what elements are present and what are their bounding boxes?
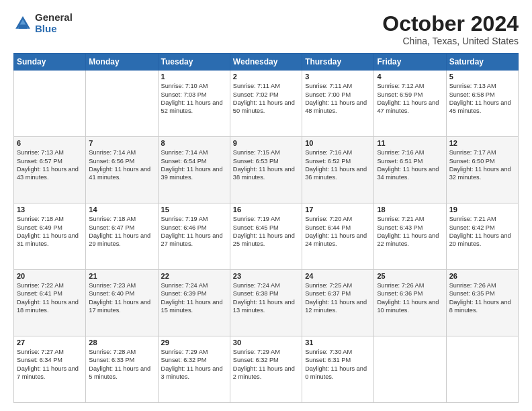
table-row: 1Sunrise: 7:10 AM Sunset: 7:03 PM Daylig…: [158, 71, 230, 137]
day-info: Sunrise: 7:19 AM Sunset: 6:45 PM Dayligh…: [233, 215, 299, 248]
calendar-week-row: 20Sunrise: 7:22 AM Sunset: 6:41 PM Dayli…: [14, 270, 519, 336]
table-row: 8Sunrise: 7:14 AM Sunset: 6:54 PM Daylig…: [158, 137, 230, 203]
day-number: 29: [161, 338, 227, 347]
table-row: [86, 71, 158, 137]
table-row: 19Sunrise: 7:21 AM Sunset: 6:42 PM Dayli…: [446, 203, 518, 270]
table-row: 12Sunrise: 7:17 AM Sunset: 6:50 PM Dayli…: [446, 137, 518, 203]
day-number: 4: [377, 73, 443, 81]
table-row: 16Sunrise: 7:19 AM Sunset: 6:45 PM Dayli…: [230, 203, 302, 270]
title-month: October 2024: [382, 12, 519, 36]
day-number: 19: [449, 205, 515, 214]
day-info: Sunrise: 7:30 AM Sunset: 6:31 PM Dayligh…: [305, 348, 371, 381]
col-friday: Friday: [374, 54, 446, 71]
table-row: 18Sunrise: 7:21 AM Sunset: 6:43 PM Dayli…: [374, 203, 446, 270]
day-info: Sunrise: 7:18 AM Sunset: 6:47 PM Dayligh…: [89, 215, 154, 248]
table-row: 17Sunrise: 7:20 AM Sunset: 6:44 PM Dayli…: [302, 203, 374, 270]
day-number: 28: [89, 338, 154, 347]
day-info: Sunrise: 7:25 AM Sunset: 6:37 PM Dayligh…: [305, 281, 371, 315]
day-number: 24: [305, 272, 371, 280]
title-block: October 2024 China, Texas, United States: [382, 12, 519, 46]
day-number: 27: [17, 338, 83, 347]
table-row: 20Sunrise: 7:22 AM Sunset: 6:41 PM Dayli…: [14, 270, 86, 336]
day-number: 22: [161, 272, 227, 280]
day-info: Sunrise: 7:23 AM Sunset: 6:40 PM Dayligh…: [89, 281, 154, 315]
day-number: 18: [377, 205, 443, 214]
day-info: Sunrise: 7:26 AM Sunset: 6:36 PM Dayligh…: [377, 281, 443, 315]
day-info: Sunrise: 7:27 AM Sunset: 6:34 PM Dayligh…: [17, 348, 83, 381]
col-sunday: Sunday: [14, 54, 86, 71]
day-number: 15: [161, 205, 227, 214]
day-info: Sunrise: 7:12 AM Sunset: 6:59 PM Dayligh…: [377, 82, 443, 116]
day-number: 3: [305, 73, 371, 81]
table-row: 23Sunrise: 7:24 AM Sunset: 6:38 PM Dayli…: [230, 270, 302, 336]
col-monday: Monday: [86, 54, 158, 71]
day-info: Sunrise: 7:26 AM Sunset: 6:35 PM Dayligh…: [449, 281, 515, 315]
day-number: 21: [89, 272, 154, 280]
day-number: 6: [17, 139, 83, 147]
table-row: 14Sunrise: 7:18 AM Sunset: 6:47 PM Dayli…: [86, 203, 158, 270]
day-info: Sunrise: 7:13 AM Sunset: 6:58 PM Dayligh…: [449, 82, 515, 116]
day-number: 2: [233, 73, 299, 81]
day-info: Sunrise: 7:22 AM Sunset: 6:41 PM Dayligh…: [17, 281, 83, 315]
day-info: Sunrise: 7:16 AM Sunset: 6:52 PM Dayligh…: [305, 148, 371, 182]
day-info: Sunrise: 7:24 AM Sunset: 6:39 PM Dayligh…: [161, 281, 227, 315]
day-info: Sunrise: 7:20 AM Sunset: 6:44 PM Dayligh…: [305, 215, 371, 248]
day-number: 30: [233, 338, 299, 347]
table-row: 29Sunrise: 7:29 AM Sunset: 6:32 PM Dayli…: [158, 336, 230, 403]
day-info: Sunrise: 7:21 AM Sunset: 6:43 PM Dayligh…: [377, 215, 443, 248]
calendar-week-row: 13Sunrise: 7:18 AM Sunset: 6:49 PM Dayli…: [14, 203, 519, 270]
table-row: 5Sunrise: 7:13 AM Sunset: 6:58 PM Daylig…: [446, 71, 518, 137]
day-number: 7: [89, 139, 154, 147]
table-row: 30Sunrise: 7:29 AM Sunset: 6:32 PM Dayli…: [230, 336, 302, 403]
col-wednesday: Wednesday: [230, 54, 302, 71]
table-row: [14, 71, 86, 137]
table-row: [446, 336, 518, 403]
day-info: Sunrise: 7:29 AM Sunset: 6:32 PM Dayligh…: [161, 348, 227, 381]
calendar-week-row: 6Sunrise: 7:13 AM Sunset: 6:57 PM Daylig…: [14, 137, 519, 203]
day-info: Sunrise: 7:16 AM Sunset: 6:51 PM Dayligh…: [377, 148, 443, 182]
title-location: China, Texas, United States: [382, 36, 519, 46]
col-saturday: Saturday: [446, 54, 518, 71]
table-row: 11Sunrise: 7:16 AM Sunset: 6:51 PM Dayli…: [374, 137, 446, 203]
day-number: 20: [17, 272, 83, 280]
table-row: 3Sunrise: 7:11 AM Sunset: 7:00 PM Daylig…: [302, 71, 374, 137]
logo-icon: [13, 14, 32, 33]
day-number: 12: [449, 139, 515, 147]
logo-blue: Blue: [35, 24, 73, 35]
table-row: 9Sunrise: 7:15 AM Sunset: 6:53 PM Daylig…: [230, 137, 302, 203]
header: General Blue October 2024 China, Texas, …: [13, 12, 519, 46]
day-number: 25: [377, 272, 443, 280]
day-info: Sunrise: 7:21 AM Sunset: 6:42 PM Dayligh…: [449, 215, 515, 248]
day-number: 23: [233, 272, 299, 280]
calendar-header-row: Sunday Monday Tuesday Wednesday Thursday…: [14, 54, 519, 71]
table-row: 24Sunrise: 7:25 AM Sunset: 6:37 PM Dayli…: [302, 270, 374, 336]
table-row: 21Sunrise: 7:23 AM Sunset: 6:40 PM Dayli…: [86, 270, 158, 336]
table-row: 4Sunrise: 7:12 AM Sunset: 6:59 PM Daylig…: [374, 71, 446, 137]
day-number: 16: [233, 205, 299, 214]
table-row: 2Sunrise: 7:11 AM Sunset: 7:02 PM Daylig…: [230, 71, 302, 137]
logo: General Blue: [13, 12, 73, 34]
table-row: 25Sunrise: 7:26 AM Sunset: 6:36 PM Dayli…: [374, 270, 446, 336]
table-row: 13Sunrise: 7:18 AM Sunset: 6:49 PM Dayli…: [14, 203, 86, 270]
logo-general: General: [35, 12, 73, 24]
table-row: 10Sunrise: 7:16 AM Sunset: 6:52 PM Dayli…: [302, 137, 374, 203]
day-info: Sunrise: 7:11 AM Sunset: 7:02 PM Dayligh…: [233, 82, 299, 116]
svg-rect-2: [19, 24, 27, 28]
day-info: Sunrise: 7:11 AM Sunset: 7:00 PM Dayligh…: [305, 82, 371, 116]
day-number: 17: [305, 205, 371, 214]
table-row: 22Sunrise: 7:24 AM Sunset: 6:39 PM Dayli…: [158, 270, 230, 336]
calendar-week-row: 1Sunrise: 7:10 AM Sunset: 7:03 PM Daylig…: [14, 71, 519, 137]
day-number: 5: [449, 73, 515, 81]
day-info: Sunrise: 7:15 AM Sunset: 6:53 PM Dayligh…: [233, 148, 299, 182]
day-number: 10: [305, 139, 371, 147]
day-info: Sunrise: 7:18 AM Sunset: 6:49 PM Dayligh…: [17, 215, 83, 248]
table-row: 28Sunrise: 7:28 AM Sunset: 6:33 PM Dayli…: [86, 336, 158, 403]
day-number: 9: [233, 139, 299, 147]
day-info: Sunrise: 7:24 AM Sunset: 6:38 PM Dayligh…: [233, 281, 299, 315]
day-info: Sunrise: 7:10 AM Sunset: 7:03 PM Dayligh…: [161, 82, 227, 116]
table-row: 31Sunrise: 7:30 AM Sunset: 6:31 PM Dayli…: [302, 336, 374, 403]
day-number: 11: [377, 139, 443, 147]
day-number: 26: [449, 272, 515, 280]
calendar-table: Sunday Monday Tuesday Wednesday Thursday…: [13, 53, 519, 403]
day-info: Sunrise: 7:14 AM Sunset: 6:54 PM Dayligh…: [161, 148, 227, 182]
